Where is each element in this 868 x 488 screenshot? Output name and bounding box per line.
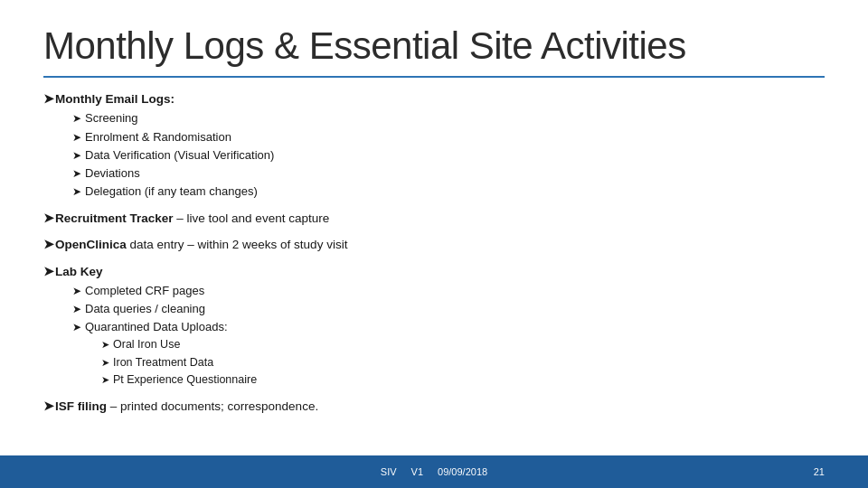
chevron-icon: ➤ [72,283,81,300]
chevron-icon: ➤ [101,337,109,352]
arrow-icon-recruitment: ➤ [43,211,54,225]
item-label: Enrolment & Randomisation [85,128,231,146]
item-label: Quarantined Data Uploads: [85,318,228,336]
item-label: Completed CRF pages [85,282,204,300]
footer-version: V1 [411,466,423,477]
section-header-labkey: ➤Lab Key [43,263,825,281]
chevron-icon: ➤ [72,301,81,318]
section-lab-key: ➤Lab Key ➤ Completed CRF pages ➤ Data qu… [43,263,825,391]
list-item: ➤ Delegation (if any team changes) [72,183,825,201]
labkey-sub-list: ➤ Completed CRF pages ➤ Data queries / c… [72,282,825,389]
monthly-bold-label: Monthly Email Logs: [55,92,175,106]
footer: SIV V1 09/09/2018 21 [0,455,868,488]
openclinica-bold-label: OpenClinica [55,238,127,251]
arrow-icon-openclinica: ➤ [43,238,54,251]
chevron-icon: ➤ [101,355,109,371]
item-label: Oral Iron Use [113,336,180,353]
arrow-icon-labkey: ➤ [43,265,54,278]
section-header-isf: ➤ISF filing – printed documents; corresp… [43,398,825,416]
isf-bold-label: ISF filing [55,399,107,413]
chevron-icon: ➤ [101,372,109,388]
quarantined-sub-list: ➤ Oral Iron Use ➤ Iron Treatment Data ➤ … [101,336,825,389]
list-item: ➤ Pt Experience Questionnaire [101,371,825,389]
item-label: Screening [85,109,138,127]
footer-text: SIV V1 09/09/2018 [43,466,825,477]
item-label: Pt Experience Questionnaire [113,371,257,389]
list-item: ➤ Data queries / cleaning [72,300,825,318]
list-item: ➤ Oral Iron Use [101,336,825,353]
item-label: Data queries / cleaning [85,300,205,318]
list-item: ➤ Enrolment & Randomisation [72,128,825,146]
recruitment-suffix: – live tool and event capture [174,211,330,225]
footer-siv: SIV [381,466,397,477]
title-area: Monthly Logs & Essential Site Activities [0,0,868,76]
item-label: Delegation (if any team changes) [85,183,258,201]
section-header-monthly: ➤Monthly Email Logs: [43,90,825,108]
section-monthly-email-logs: ➤Monthly Email Logs: ➤ Screening ➤ Enrol… [43,90,825,202]
chevron-icon: ➤ [72,147,81,164]
chevron-icon: ➤ [72,183,81,201]
section-openclinica: ➤OpenClinica data entry – within 2 weeks… [43,236,825,255]
item-label: Deviations [85,164,140,183]
recruitment-bold-label: Recruitment Tracker [55,211,174,225]
chevron-icon: ➤ [72,319,81,336]
footer-page: 21 [814,466,825,477]
item-label: Data Verification (Visual Verification) [85,146,274,164]
slide-title: Monthly Logs & Essential Site Activities [43,25,825,67]
monthly-sub-list: ➤ Screening ➤ Enrolment & Randomisation … [72,109,825,201]
chevron-icon: ➤ [72,110,81,127]
footer-date: 09/09/2018 [438,466,487,477]
arrow-icon-isf: ➤ [43,399,54,413]
section-recruitment-tracker: ➤Recruitment Tracker – live tool and eve… [43,210,825,229]
list-item: ➤ Deviations [72,164,825,183]
list-item: ➤ Quarantined Data Uploads: [72,318,825,336]
chevron-icon: ➤ [72,165,81,183]
list-item: ➤ Screening [72,109,825,127]
item-label: Iron Treatment Data [113,354,213,371]
list-item: ➤ Completed CRF pages [72,282,825,300]
section-header-recruitment: ➤Recruitment Tracker – live tool and eve… [43,210,825,228]
section-header-openclinica: ➤OpenClinica data entry – within 2 weeks… [43,236,825,254]
openclinica-suffix: data entry – within 2 weeks of study vis… [127,238,348,251]
isf-suffix: – printed documents; correspondence. [107,399,318,413]
content-area: ➤Monthly Email Logs: ➤ Screening ➤ Enrol… [0,90,868,488]
divider [43,76,825,78]
section-isf-filing: ➤ISF filing – printed documents; corresp… [43,398,825,417]
arrow-icon-monthly: ➤ [43,92,54,106]
chevron-icon: ➤ [72,129,81,146]
list-item: ➤ Iron Treatment Data [101,354,825,371]
labkey-bold-label: Lab Key [55,265,103,278]
list-item: ➤ Data Verification (Visual Verification… [72,146,825,164]
slide: Monthly Logs & Essential Site Activities… [0,0,868,488]
